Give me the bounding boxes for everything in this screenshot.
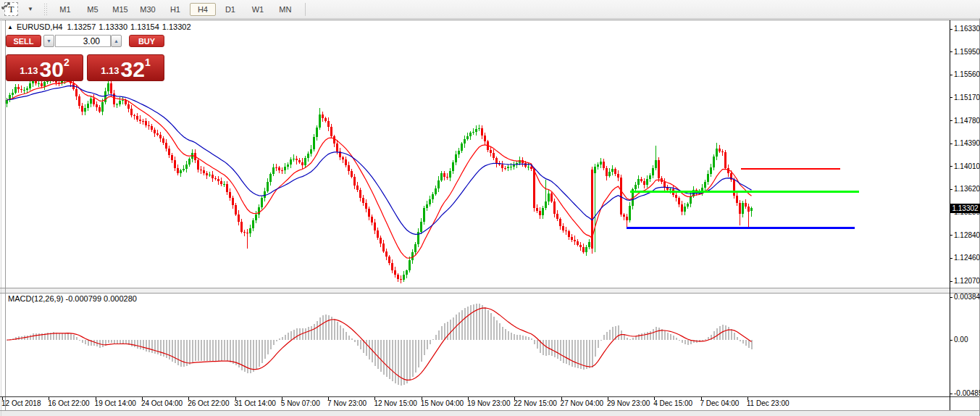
price-axis-label: 1.15950 xyxy=(954,48,980,56)
mt4-window: T ▼ M1M5M15M30H1H4D1W1MN ▲ EURUSD,H4 1.1… xyxy=(0,0,980,416)
candlestick-series xyxy=(6,72,753,284)
sell-price-prefix: 1.13 xyxy=(20,65,38,76)
price-axis-label: 1.13620 xyxy=(954,185,980,193)
sell-button[interactable]: SELL xyxy=(6,35,41,47)
price-axis-label: 1.12070 xyxy=(954,277,980,285)
time-axis-label: 29 Nov 23:00 xyxy=(607,399,650,407)
ma-slow-line xyxy=(7,86,752,234)
price-axis-label: 1.12840 xyxy=(954,231,980,239)
time-axis-label: 19 Oct 14:00 xyxy=(95,399,136,407)
price-axis-label: 1.14390 xyxy=(954,139,980,147)
high-value: 1.13330 xyxy=(99,22,127,31)
symbol-period-label: EURUSD,H4 xyxy=(17,22,63,31)
volume-increase-button[interactable]: ▲ xyxy=(111,35,122,47)
volume-decrease-button[interactable]: ▼ xyxy=(43,35,54,47)
time-axis-label: 26 Oct 22:00 xyxy=(188,399,229,407)
macd-signal-line xyxy=(7,308,752,380)
macd-histogram xyxy=(7,304,753,386)
time-axis-label: 19 Nov 23:00 xyxy=(467,399,511,407)
buy-price-prefix: 1.13 xyxy=(101,65,119,76)
time-axis-label: 15 Nov 04:00 xyxy=(421,399,464,407)
price-axis-label: 1.12460 xyxy=(954,254,980,262)
price-axis-label: 1.15560 xyxy=(954,70,980,78)
price-axis-label: 1.15170 xyxy=(954,93,980,101)
volume-input[interactable]: 3.00 xyxy=(55,35,111,47)
time-axis-label: 7 Nov 23:00 xyxy=(327,399,367,407)
one-click-trading-panel: SELL ▼ 3.00 ▲ BUY 1.13 30 2 1.13 32 1 xyxy=(6,35,165,81)
price-axis-label: 1.14780 xyxy=(954,117,980,125)
time-axis-label: 31 Oct 14:00 xyxy=(235,399,276,407)
macd-axis-label: -0.004856 xyxy=(954,389,980,397)
time-axis-label: 4 Dec 15:00 xyxy=(653,399,692,407)
time-axis-label: 24 Oct 04:00 xyxy=(141,399,183,407)
macd-axis-label: 0.003847 xyxy=(954,293,980,301)
macd-indicator-label: MACD(12,26,9) -0.000799 0.000280 xyxy=(8,294,137,303)
price-axis-label: 1.16330 xyxy=(954,25,980,33)
chart-ohlc-title: ▲ EURUSD,H4 1.132571.133301.131541.13302 xyxy=(7,22,191,31)
time-axis-label: 27 Nov 04:00 xyxy=(561,399,604,407)
low-value: 1.13154 xyxy=(130,22,159,31)
current-price-tag: 1.13302 xyxy=(950,204,980,213)
price-axis-label: 1.14010 xyxy=(954,162,980,170)
time-axis-label: 12 Oct 2018 xyxy=(1,399,41,407)
buy-price-sup: 1 xyxy=(145,57,151,68)
macd-axis-label: 0.00 xyxy=(954,336,980,344)
buy-price-big: 32 xyxy=(121,60,145,79)
buy-price-panel[interactable]: 1.13 32 1 xyxy=(87,54,164,81)
time-axis-label: 12 Nov 15:00 xyxy=(374,399,417,407)
buy-button[interactable]: BUY xyxy=(129,35,164,47)
time-axis-label: 22 Nov 15:00 xyxy=(514,399,557,407)
sell-price-big: 30 xyxy=(40,60,64,79)
time-axis-label: 16 Oct 22:00 xyxy=(48,399,89,407)
close-value: 1.13302 xyxy=(162,22,191,31)
sell-price-sup: 2 xyxy=(64,57,70,68)
time-axis-label: 11 Dec 23:00 xyxy=(747,399,790,407)
chart-direction-icon: ▲ xyxy=(7,24,13,30)
sell-price-panel[interactable]: 1.13 30 2 xyxy=(6,54,83,81)
ma-fast-line xyxy=(7,81,752,258)
time-axis-label: 5 Nov 07:00 xyxy=(281,399,320,407)
time-axis-label: 7 Dec 04:00 xyxy=(700,399,740,407)
open-value: 1.13257 xyxy=(67,22,96,31)
